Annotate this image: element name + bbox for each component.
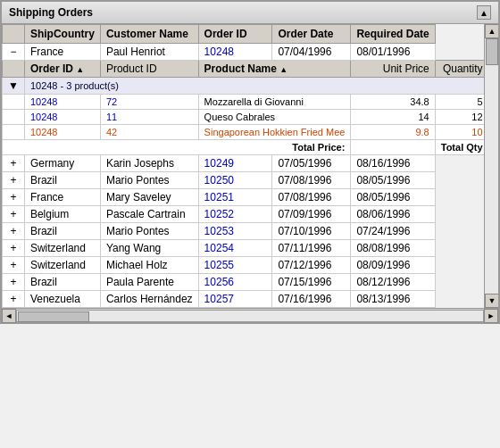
sub-header-unitprice[interactable]: Unit Price bbox=[351, 61, 435, 78]
order-id: 10254 bbox=[198, 240, 272, 257]
order-id: 10257 bbox=[198, 291, 272, 308]
expand-button[interactable]: + bbox=[3, 257, 25, 274]
shipping-orders-window: Shipping Orders ▲ ShipCountry Customer N… bbox=[0, 0, 500, 324]
table-row: + Belgium Pascale Cartrain 10252 07/09/1… bbox=[3, 206, 485, 223]
expand-button[interactable]: + bbox=[3, 172, 25, 189]
ship-country: Brazil bbox=[24, 172, 100, 189]
ship-country: Brazil bbox=[24, 274, 100, 291]
order-date: 07/09/1996 bbox=[272, 206, 351, 223]
order-date: 07/16/1996 bbox=[272, 291, 351, 308]
sub-header-productname[interactable]: Product Name ▲ bbox=[198, 61, 351, 78]
detail-productid: 42 bbox=[100, 125, 198, 140]
title-bar: Shipping Orders ▲ bbox=[2, 2, 498, 24]
detail-row: 10248 42 Singaporean Hokkien Fried Mee 9… bbox=[3, 125, 485, 140]
required-date: 08/06/1996 bbox=[351, 206, 435, 223]
order-date: 07/12/1996 bbox=[272, 257, 351, 274]
detail-unitprice: 14 bbox=[351, 110, 435, 125]
ship-country: Germany bbox=[24, 155, 100, 172]
customer-name: Carlos Hernández bbox=[100, 291, 198, 308]
order-date: 07/15/1996 bbox=[272, 274, 351, 291]
expand-button[interactable]: + bbox=[3, 274, 25, 291]
expand-button[interactable]: + bbox=[3, 223, 25, 240]
sub-header-orderid[interactable]: Order ID ▲ bbox=[24, 61, 100, 78]
group-label: 10248 - 3 product(s) bbox=[24, 78, 484, 95]
table-row: + Brazil Paula Parente 10256 07/15/1996 … bbox=[3, 274, 485, 291]
sort-arrow-orderid: ▲ bbox=[76, 65, 84, 74]
detail-empty bbox=[3, 110, 25, 125]
h-scroll-thumb[interactable] bbox=[18, 311, 89, 322]
expand-button[interactable]: + bbox=[3, 189, 25, 206]
ship-country: Belgium bbox=[24, 206, 100, 223]
total-qty-label: Total Qty bbox=[435, 140, 484, 155]
required-date: 08/08/1996 bbox=[351, 240, 435, 257]
minimize-button[interactable]: ▲ bbox=[477, 5, 491, 20]
h-scroll-track[interactable] bbox=[16, 310, 484, 322]
ship-country: Switzerland bbox=[24, 257, 100, 274]
scroll-track[interactable] bbox=[485, 38, 498, 294]
required-date: 08/09/1996 bbox=[351, 257, 435, 274]
detail-qty: 5 bbox=[435, 95, 484, 110]
expand-button[interactable]: − bbox=[3, 44, 25, 61]
detail-productid: 11 bbox=[100, 110, 198, 125]
table-row: + Germany Karin Josephs 10249 07/05/1996… bbox=[3, 155, 485, 172]
customer-name: Paula Parente bbox=[100, 274, 198, 291]
sub-header-quantity[interactable]: Quantity bbox=[435, 61, 484, 78]
scroll-up-button[interactable]: ▲ bbox=[485, 24, 498, 38]
customer-name: Pascale Cartrain bbox=[100, 206, 198, 223]
order-id: 10256 bbox=[198, 274, 272, 291]
header-shipcountry[interactable]: ShipCountry bbox=[24, 25, 100, 44]
detail-empty bbox=[3, 95, 25, 110]
detail-unitprice: 9.8 bbox=[351, 125, 435, 140]
ship-country: Venezuela bbox=[24, 291, 100, 308]
order-date: 07/04/1996 bbox=[272, 44, 351, 61]
table-row: + Switzerland Yang Wang 10254 07/11/1996… bbox=[3, 240, 485, 257]
header-reqdate[interactable]: Required Date bbox=[351, 25, 435, 44]
detail-unitprice: 34.8 bbox=[351, 95, 435, 110]
order-id: 10253 bbox=[198, 223, 272, 240]
customer-name: Paul Henriot bbox=[100, 44, 198, 61]
order-id: 10250 bbox=[198, 172, 272, 189]
sort-arrow-productname: ▲ bbox=[279, 65, 288, 74]
ship-country: Brazil bbox=[24, 223, 100, 240]
required-date: 08/01/1996 bbox=[351, 44, 435, 61]
horizontal-scrollbar: ◄ ► bbox=[2, 308, 498, 322]
customer-name: Michael Holz bbox=[100, 257, 198, 274]
main-header-row: ShipCountry Customer Name Order ID Order… bbox=[3, 25, 485, 44]
scroll-thumb[interactable] bbox=[486, 38, 498, 65]
header-orderdate[interactable]: Order Date bbox=[272, 25, 351, 44]
scroll-left-button[interactable]: ◄ bbox=[2, 309, 16, 323]
sub-header-row: Order ID ▲ Product ID Product Name ▲ Uni… bbox=[3, 61, 485, 78]
order-id: 10252 bbox=[198, 206, 272, 223]
window-title: Shipping Orders bbox=[9, 6, 93, 19]
detail-orderid: 10248 bbox=[24, 95, 100, 110]
expand-button[interactable]: + bbox=[3, 206, 25, 223]
customer-name: Mary Saveley bbox=[100, 189, 198, 206]
scroll-down-button[interactable]: ▼ bbox=[485, 294, 498, 308]
detail-row: 10248 11 Queso Cabrales 14 12 bbox=[3, 110, 485, 125]
table-row: + Brazil Mario Pontes 10253 07/10/1996 0… bbox=[3, 223, 485, 240]
table-row: − France Paul Henriot 10248 07/04/1996 0… bbox=[3, 44, 485, 61]
group-header-row: ▼ 10248 - 3 product(s) bbox=[3, 78, 485, 95]
main-content: ShipCountry Customer Name Order ID Order… bbox=[2, 24, 498, 308]
order-id: 10249 bbox=[198, 155, 272, 172]
order-date: 07/05/1996 bbox=[272, 155, 351, 172]
expand-col-header bbox=[3, 25, 25, 44]
header-orderid[interactable]: Order ID bbox=[198, 25, 272, 44]
order-date: 07/08/1996 bbox=[272, 189, 351, 206]
detail-qty: 12 bbox=[435, 110, 484, 125]
table-row: + Brazil Mario Pontes 10250 07/08/1996 0… bbox=[3, 172, 485, 189]
group-label-text: 10248 - 3 product(s) bbox=[30, 80, 119, 91]
expand-button[interactable]: + bbox=[3, 240, 25, 257]
sub-header-productid[interactable]: Product ID bbox=[100, 61, 198, 78]
order-id: 10248 bbox=[198, 44, 272, 61]
detail-productname: Queso Cabrales bbox=[198, 110, 351, 125]
detail-empty bbox=[3, 125, 25, 140]
expand-button[interactable]: + bbox=[3, 291, 25, 308]
scroll-right-button[interactable]: ► bbox=[484, 309, 498, 323]
detail-productname: Singaporean Hokkien Fried Mee bbox=[198, 125, 351, 140]
header-custname[interactable]: Customer Name bbox=[100, 25, 198, 44]
detail-productid: 72 bbox=[100, 95, 198, 110]
table-row: + France Mary Saveley 10251 07/08/1996 0… bbox=[3, 189, 485, 206]
customer-name: Yang Wang bbox=[100, 240, 198, 257]
expand-button[interactable]: + bbox=[3, 155, 25, 172]
